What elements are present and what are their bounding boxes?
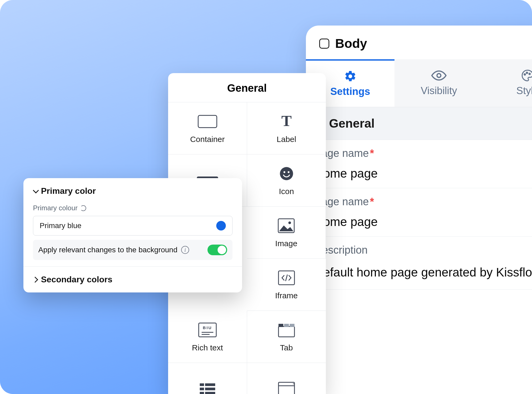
svg-rect-20 — [200, 383, 204, 386]
apply-background-row: Apply relevant changes to the background… — [33, 240, 232, 260]
component-container[interactable]: Container — [168, 102, 247, 154]
svg-rect-18 — [284, 324, 289, 327]
component-iframe[interactable]: Iframe — [247, 259, 326, 311]
svg-text:×: × — [293, 382, 294, 386]
palette-title: General — [168, 73, 326, 102]
field-page-name-2: Page name* Home page — [310, 188, 532, 237]
color-settings-panel: Primary color Primary colour Primary blu… — [23, 178, 242, 292]
color-swatch — [216, 221, 226, 230]
section-general-header[interactable]: ✓ General — [306, 107, 532, 140]
secondary-colors-title: Secondary colors — [41, 275, 113, 284]
image-icon — [277, 217, 295, 234]
field-page-name-1: Page name* Home page — [310, 140, 532, 188]
component-label: Icon — [279, 187, 294, 196]
selected-color-name: Primary blue — [40, 221, 81, 230]
fields-container: Page name* Home page Page name* Home pag… — [306, 140, 532, 290]
page-name-input[interactable]: Home page — [314, 211, 532, 236]
component-unknown-1[interactable] — [168, 363, 247, 394]
smiley-icon — [279, 165, 294, 182]
svg-point-2 — [526, 72, 528, 73]
primary-color-title: Primary color — [41, 186, 96, 196]
section-general-title: General — [329, 116, 375, 131]
svg-rect-26 — [279, 382, 294, 394]
svg-rect-22 — [200, 388, 204, 390]
svg-point-0 — [437, 74, 441, 78]
primary-colour-sublabel: Primary colour — [33, 204, 232, 216]
primary-color-body: Primary colour Primary blue Apply releva… — [23, 204, 242, 264]
component-label: Image — [275, 239, 297, 248]
component-label: Rich text — [192, 343, 223, 352]
chevron-right-icon — [32, 276, 38, 283]
svg-text:BIU: BIU — [203, 325, 212, 330]
svg-point-3 — [529, 73, 530, 74]
description-input[interactable]: Default home page generated by Kissflow — [314, 259, 532, 289]
component-unknown-2[interactable]: × — [247, 363, 326, 394]
eye-icon — [431, 70, 447, 81]
svg-rect-21 — [205, 383, 215, 386]
list-icon — [199, 380, 216, 394]
svg-rect-4 — [198, 115, 217, 128]
page-name-input[interactable]: Home page — [314, 162, 532, 188]
component-label: Tab — [280, 343, 293, 352]
tab-settings-label: Settings — [330, 86, 370, 97]
body-properties-panel: Body Settings Visibility Style — [306, 26, 532, 394]
svg-text:T: T — [281, 114, 292, 129]
tab-style[interactable]: Style — [483, 59, 532, 107]
canvas-background: Body Settings Visibility Style — [0, 0, 532, 394]
component-label: Iframe — [275, 291, 298, 300]
svg-rect-19 — [290, 324, 294, 327]
body-checkbox-icon[interactable] — [319, 39, 329, 49]
component-label: Label — [277, 135, 296, 144]
component-label: Container — [190, 135, 225, 144]
body-tabs: Settings Visibility Style — [306, 59, 532, 107]
chevron-down-icon — [33, 187, 39, 193]
component-image[interactable]: Image — [247, 207, 326, 259]
required-asterisk: * — [369, 147, 374, 159]
field-description: Description Default home page generated … — [310, 237, 532, 290]
apply-bg-label-group: Apply relevant changes to the background… — [38, 246, 189, 254]
svg-rect-24 — [200, 392, 204, 394]
palette-icon — [521, 70, 532, 81]
tab-visibility[interactable]: Visibility — [394, 59, 483, 107]
primary-color-select[interactable]: Primary blue — [33, 216, 232, 236]
primary-color-section-header[interactable]: Primary color — [23, 178, 242, 204]
svg-point-1 — [524, 74, 526, 75]
svg-point-6 — [280, 167, 293, 180]
code-icon — [278, 269, 295, 286]
tab-style-label: Style — [516, 85, 532, 97]
primary-colour-sublabel-text: Primary colour — [33, 204, 78, 212]
svg-point-7 — [284, 171, 285, 173]
tab-icon — [278, 321, 295, 338]
component-icon[interactable]: Icon — [247, 154, 326, 207]
component-richtext[interactable]: BIU Rich text — [168, 311, 247, 363]
component-label[interactable]: T Label — [247, 102, 326, 154]
gear-icon — [344, 70, 357, 82]
body-header: Body — [306, 26, 532, 59]
component-tab[interactable]: Tab — [247, 311, 326, 363]
apply-bg-toggle[interactable] — [207, 245, 227, 255]
info-icon[interactable]: i — [181, 246, 189, 254]
svg-rect-23 — [205, 388, 215, 390]
apply-bg-label: Apply relevant changes to the background — [38, 246, 177, 254]
svg-point-8 — [288, 171, 289, 173]
field-label: Description — [314, 244, 532, 259]
required-asterisk: * — [369, 196, 374, 207]
container-icon — [198, 113, 217, 130]
svg-rect-17 — [279, 324, 283, 327]
svg-rect-25 — [205, 392, 215, 394]
window-icon: × — [278, 380, 295, 394]
svg-rect-16 — [279, 326, 294, 337]
field-label: Page name* — [314, 196, 532, 211]
tab-visibility-label: Visibility — [421, 85, 457, 97]
body-title: Body — [335, 36, 367, 51]
text-t-icon: T — [279, 113, 294, 130]
secondary-colors-section-header[interactable]: Secondary colors — [23, 267, 242, 292]
svg-point-10 — [288, 221, 291, 224]
refresh-icon[interactable] — [80, 205, 86, 211]
field-label: Page name* — [314, 147, 532, 162]
richtext-icon: BIU — [198, 321, 217, 338]
